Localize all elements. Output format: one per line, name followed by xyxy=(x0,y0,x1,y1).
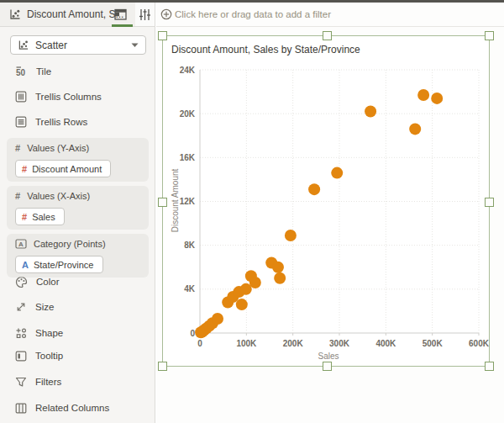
sidebar-item-label: Tile xyxy=(36,66,51,77)
x-tick-label: 200K xyxy=(283,339,304,348)
selection-handle-top-middle[interactable] xyxy=(323,31,332,40)
drop-zone-header: # Values (Y-Axis) xyxy=(7,138,149,153)
pill-state-province[interactable]: A State/Province xyxy=(15,256,103,273)
visualization-header: Discount Amount, S... xyxy=(0,3,155,27)
visualization-title: Discount Amount, S... xyxy=(27,8,123,20)
y-tick-label: 4K xyxy=(184,284,196,293)
scatter-point[interactable] xyxy=(274,272,286,284)
pill-label: Discount Amount xyxy=(32,164,102,174)
pill-label: State/Province xyxy=(34,260,94,270)
sidebar-item-shape[interactable]: Shape xyxy=(15,325,63,341)
scatter-point[interactable] xyxy=(236,299,248,310)
scatter-point[interactable] xyxy=(272,262,284,273)
y-tick-label: 12K xyxy=(180,197,196,206)
chart-type-dropdown[interactable]: Scatter xyxy=(10,35,146,55)
number-icon: # xyxy=(22,212,27,222)
sidebar-item-related-columns[interactable]: Related Columns xyxy=(15,400,109,415)
boxed-letter-icon: A xyxy=(15,239,27,249)
analytics-app: Discount Amount, S... Click here or drag… xyxy=(0,0,504,423)
scatter-chart-icon xyxy=(18,40,29,50)
drop-zone-x-axis[interactable]: # Values (X-Axis) # Sales xyxy=(7,186,149,230)
trellis-columns-icon xyxy=(15,91,27,103)
filter-bar[interactable]: Click here or drag data to add a filter xyxy=(156,3,504,27)
scatter-point[interactable] xyxy=(331,167,343,179)
sidebar-item-label: Related Columns xyxy=(35,403,109,413)
scatter-point[interactable] xyxy=(212,313,223,325)
sidebar-item-label: Color xyxy=(36,277,59,287)
properties-sliders-icon[interactable] xyxy=(139,8,151,21)
sidebar-item-tile[interactable]: 50 Tile xyxy=(15,64,51,79)
sidebar-item-label: Trellis Rows xyxy=(35,117,87,127)
trellis-rows-icon xyxy=(15,116,27,128)
chart-type-value: Scatter xyxy=(35,40,131,51)
scatter-point[interactable] xyxy=(409,123,421,135)
sidebar-item-trellis-columns[interactable]: Trellis Columns xyxy=(15,89,102,104)
y-tick-label: 8K xyxy=(184,241,196,250)
scatter-point[interactable] xyxy=(285,230,297,241)
y-tick-label: 0 xyxy=(190,329,195,338)
chart-title: Discount Amount, Sales by State/Province xyxy=(171,44,360,56)
scatter-chart-icon xyxy=(8,8,22,20)
y-tick-label: 16K xyxy=(180,153,196,162)
selection-handle-top-right[interactable] xyxy=(485,31,494,40)
related-columns-icon xyxy=(15,403,27,414)
number-icon: # xyxy=(15,143,20,153)
grammar-panel-tab-icon[interactable] xyxy=(114,8,128,21)
scatter-point[interactable] xyxy=(249,277,261,288)
sidebar-item-label: Trellis Columns xyxy=(35,92,102,102)
drop-zone-label: Category (Points) xyxy=(34,239,106,249)
selection-handle-top-left[interactable] xyxy=(158,31,167,40)
x-tick-label: 300K xyxy=(329,339,350,348)
y-tick-label: 24K xyxy=(180,66,196,75)
y-tick-label: 20K xyxy=(180,109,196,119)
sidebar-item-label: Tooltip xyxy=(35,351,63,361)
sidebar-item-trellis-rows[interactable]: Trellis Rows xyxy=(15,114,87,130)
drop-zone-category[interactable]: A Category (Points) A State/Province xyxy=(7,234,149,278)
color-icon xyxy=(15,276,28,288)
scatter-point[interactable] xyxy=(431,93,443,104)
sidebar-item-tooltip[interactable]: Tooltip xyxy=(15,348,63,363)
visualization-selection-frame[interactable]: Discount Amount, Sales by State/Province… xyxy=(162,35,490,367)
sidebar-item-label: Shape xyxy=(35,328,63,338)
scatter-point[interactable] xyxy=(365,106,376,118)
filter-bar-placeholder: Click here or drag data to add a filter xyxy=(175,9,331,19)
pill-label: Sales xyxy=(32,212,55,222)
scatter-point[interactable] xyxy=(417,89,429,101)
drop-zone-header: A Category (Points) xyxy=(7,234,149,249)
scatter-plot: 04K8K12K16K20K24K0100K200K300K400K500K60… xyxy=(165,60,491,364)
drop-zone-y-axis[interactable]: # Values (Y-Axis) # Discount Amount xyxy=(7,138,149,182)
shape-icon xyxy=(15,327,27,339)
sidebar-item-label: Filters xyxy=(35,377,61,387)
size-icon xyxy=(15,301,27,313)
drop-zone-label: Values (Y-Axis) xyxy=(27,143,89,153)
number-icon: # xyxy=(22,164,27,174)
sidebar-item-color[interactable]: Color xyxy=(15,274,59,289)
x-tick-label: 400K xyxy=(375,339,396,348)
x-tick-label: 600K xyxy=(469,339,490,348)
letter-icon: A xyxy=(22,260,29,270)
chevron-down-icon xyxy=(131,43,139,48)
tooltip-icon xyxy=(15,351,27,362)
sidebar-item-filters[interactable]: Filters xyxy=(15,374,61,389)
drop-zone-label: Values (X-Axis) xyxy=(27,191,90,201)
x-tick-label: 500K xyxy=(423,339,444,348)
sidebar-item-label: Size xyxy=(35,302,54,312)
pill-discount-amount[interactable]: # Discount Amount xyxy=(15,160,111,177)
svg-text:50: 50 xyxy=(16,68,26,77)
filters-funnel-icon xyxy=(15,377,27,388)
grammar-panel: Scatter 50 Tile Trellis Columns xyxy=(0,27,155,423)
number-icon: # xyxy=(15,191,20,201)
tile-icon: 50 xyxy=(15,66,28,77)
svg-text:A: A xyxy=(18,241,24,248)
x-tick-label: 100K xyxy=(236,339,257,348)
sidebar-item-size[interactable]: Size xyxy=(15,299,54,315)
x-tick-label: 0 xyxy=(197,339,202,348)
pill-sales[interactable]: # Sales xyxy=(15,208,65,225)
add-filter-icon xyxy=(160,8,172,20)
canvas-area: Discount Amount, Sales by State/Province… xyxy=(156,27,504,423)
drop-zone-header: # Values (X-Axis) xyxy=(7,186,149,201)
scatter-point[interactable] xyxy=(308,183,320,195)
